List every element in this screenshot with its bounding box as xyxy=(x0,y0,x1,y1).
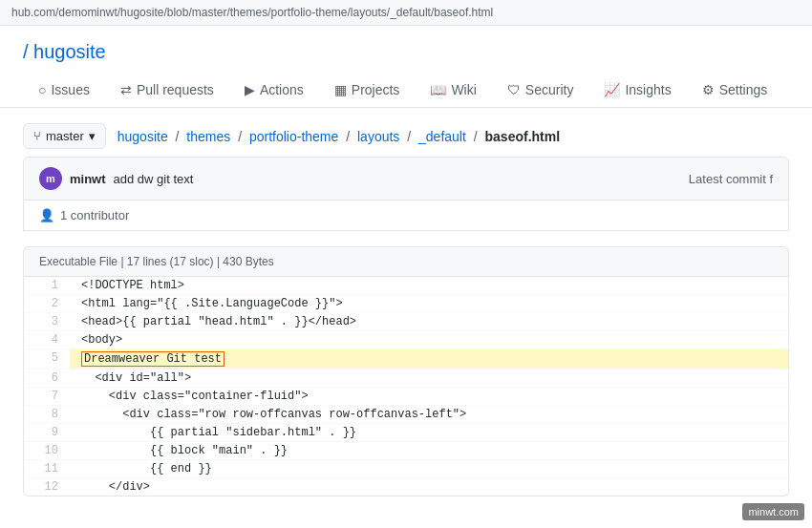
nav-item-settings: ⚙ Settings xyxy=(687,74,783,107)
branch-icon: ⑂ xyxy=(33,129,41,143)
contributors-icon: 👤 xyxy=(39,208,54,222)
url-bar: hub.com/demominwt/hugosite/blob/master/t… xyxy=(0,0,812,26)
breadcrumb-sep-1: / xyxy=(176,129,180,144)
highlight-box: Dreamweaver Git test xyxy=(81,351,224,367)
line-content: Dreamweaver Git test xyxy=(70,349,788,369)
table-row: 1<!DOCTYPE html> xyxy=(24,277,788,295)
table-row: 12 </div> xyxy=(24,478,788,496)
breadcrumb-sep-5: / xyxy=(474,129,478,144)
avatar: m xyxy=(39,167,62,190)
table-row: 3<head>{{ partial "head.html" . }}</head… xyxy=(24,313,788,331)
file-nav-area: ⑂ master ▾ hugosite / themes / portfolio… xyxy=(0,108,812,157)
line-number: 8 xyxy=(24,406,70,423)
wiki-icon: 📖 xyxy=(430,82,446,97)
breadcrumb: hugosite / themes / portfolio-theme / la… xyxy=(118,129,560,144)
line-content: </div> xyxy=(70,478,788,496)
breadcrumb-link-default[interactable]: _default xyxy=(418,129,466,144)
latest-commit: Latest commit f xyxy=(689,172,773,186)
line-content: <head>{{ partial "head.html" . }}</head> xyxy=(70,313,788,330)
repo-title: / hugosite xyxy=(23,41,789,63)
branch-name: master xyxy=(46,129,84,143)
nav-item-pull-requests: ⇄ Pull requests xyxy=(105,74,229,107)
nav-item-projects: ▦ Projects xyxy=(319,74,416,107)
nav-label-actions: Actions xyxy=(260,82,304,97)
table-row: 7 <div class="container-fluid"> xyxy=(24,388,788,406)
table-row: 5Dreamweaver Git test xyxy=(24,349,788,370)
line-content: <html lang="{{ .Site.LanguageCode }}"> xyxy=(70,295,788,312)
line-number: 9 xyxy=(24,424,70,441)
projects-icon: ▦ xyxy=(334,82,347,97)
file-size: 430 Bytes xyxy=(223,255,273,268)
contributors-row: 👤 1 contributor xyxy=(23,201,789,231)
insights-icon: 📈 xyxy=(604,82,620,97)
line-number: 2 xyxy=(24,295,70,312)
actions-icon: ▶ xyxy=(245,82,255,97)
settings-icon: ⚙ xyxy=(702,82,715,97)
line-number: 5 xyxy=(24,349,70,369)
nav-item-security: 🛡 Security xyxy=(492,74,589,107)
table-row: 11 {{ end }} xyxy=(24,460,788,478)
breadcrumb-link-layouts[interactable]: layouts xyxy=(357,129,399,144)
nav-label-security: Security xyxy=(525,82,574,97)
table-row: 9 {{ partial "sidebar.html" . }} xyxy=(24,424,788,442)
nav-label-wiki: Wiki xyxy=(451,82,476,97)
breadcrumb-current: baseof.html xyxy=(485,129,561,144)
contributors-count: 1 contributor xyxy=(60,208,129,222)
security-icon: 🛡 xyxy=(507,82,521,97)
line-number: 4 xyxy=(24,331,70,348)
nav-label-settings: Settings xyxy=(719,82,768,97)
file-lines: 17 lines (17 sloc) xyxy=(127,255,214,268)
branch-chevron-icon: ▾ xyxy=(89,129,96,143)
line-content: <div class="row row-offcanvas row-offcan… xyxy=(70,406,788,423)
nav-label-projects: Projects xyxy=(352,82,400,97)
breadcrumb-sep-3: / xyxy=(346,129,350,144)
breadcrumb-link-hugosite[interactable]: hugosite xyxy=(118,129,168,144)
line-content: <div class="container-fluid"> xyxy=(70,388,788,405)
line-number: 7 xyxy=(24,388,70,405)
repo-header: / hugosite ○ Issues ⇄ Pull requests ▶ Ac… xyxy=(0,26,812,108)
commit-author[interactable]: minwt xyxy=(70,172,106,186)
breadcrumb-link-themes[interactable]: themes xyxy=(186,129,230,144)
branch-button[interactable]: ⑂ master ▾ xyxy=(23,123,106,149)
line-number: 1 xyxy=(24,277,70,294)
nav-link-wiki[interactable]: 📖 Wiki xyxy=(415,74,491,107)
url-text: hub.com/demominwt/hugosite/blob/master/t… xyxy=(11,6,493,19)
table-row: 6 <div id="all"> xyxy=(24,370,788,388)
repo-nav: ○ Issues ⇄ Pull requests ▶ Actions ▦ Pro… xyxy=(23,74,789,107)
line-number: 6 xyxy=(24,370,70,387)
file-type: Executable File xyxy=(39,255,118,268)
nav-item-issues: ○ Issues xyxy=(23,74,105,107)
nav-item-insights: 📈 Insights xyxy=(588,74,686,107)
breadcrumb-sep-4: / xyxy=(407,129,411,144)
nav-label-insights: Insights xyxy=(625,82,671,97)
line-content: {{ block "main" . }} xyxy=(70,442,788,459)
nav-link-security[interactable]: 🛡 Security xyxy=(492,74,589,107)
nav-link-issues[interactable]: ○ Issues xyxy=(23,74,105,107)
nav-link-actions[interactable]: ▶ Actions xyxy=(229,74,319,107)
issues-icon: ○ xyxy=(38,82,46,97)
nav-item-actions: ▶ Actions xyxy=(229,74,319,107)
file-info-row: Executable File | 17 lines (17 sloc) | 4… xyxy=(23,246,789,277)
nav-link-projects[interactable]: ▦ Projects xyxy=(319,74,416,107)
nav-label-pull-requests: Pull requests xyxy=(137,82,214,97)
commit-row: m minwt add dw git text Latest commit f xyxy=(23,157,789,201)
line-number: 3 xyxy=(24,313,70,330)
line-content: {{ end }} xyxy=(70,460,788,477)
line-content: {{ partial "sidebar.html" . }} xyxy=(70,424,788,441)
table-row: 10 {{ block "main" . }} xyxy=(24,442,788,460)
table-row: 2<html lang="{{ .Site.LanguageCode }}"> xyxy=(24,295,788,313)
pull-requests-icon: ⇄ xyxy=(120,82,132,97)
nav-link-pull-requests[interactable]: ⇄ Pull requests xyxy=(105,74,229,107)
line-content: <div id="all"> xyxy=(70,370,788,387)
nav-label-issues: Issues xyxy=(51,82,89,97)
repo-title-link[interactable]: / hugosite xyxy=(23,41,106,62)
nav-link-settings[interactable]: ⚙ Settings xyxy=(687,74,783,107)
breadcrumb-link-portfolio-theme[interactable]: portfolio-theme xyxy=(249,129,338,144)
line-number: 10 xyxy=(24,442,70,459)
code-area: 1<!DOCTYPE html>2<html lang="{{ .Site.La… xyxy=(23,277,789,496)
table-row: 4<body> xyxy=(24,331,788,349)
nav-link-insights[interactable]: 📈 Insights xyxy=(588,74,686,107)
nav-item-wiki: 📖 Wiki xyxy=(415,74,491,107)
commit-info: m minwt add dw git text xyxy=(39,167,193,190)
line-number: 12 xyxy=(24,478,70,496)
